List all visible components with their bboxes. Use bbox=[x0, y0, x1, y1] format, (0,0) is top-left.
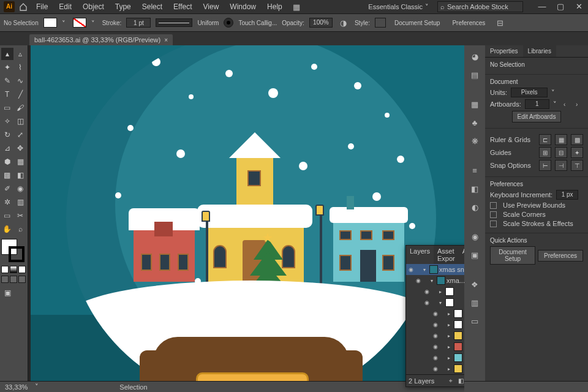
disclosure-icon[interactable]: ▸ bbox=[439, 289, 444, 295]
color-panel-icon[interactable]: ◕ bbox=[469, 50, 481, 62]
none-mode-icon[interactable] bbox=[18, 266, 26, 273]
symbol-sprayer-tool[interactable]: ✲ bbox=[1, 196, 13, 208]
qa-document-setup-button[interactable]: Document Setup bbox=[490, 246, 535, 265]
snap-point-icon[interactable]: ⊢ bbox=[539, 160, 551, 171]
edit-artboards-button[interactable]: Edit Artboards bbox=[512, 111, 562, 123]
tab-layers[interactable]: Layers bbox=[406, 246, 434, 264]
layer-row[interactable]: ◉▾ bbox=[406, 297, 464, 308]
layer-row[interactable]: ◉▸ bbox=[406, 341, 464, 352]
screen-mode-icon[interactable]: ▣ bbox=[1, 287, 13, 299]
next-artboard-icon[interactable]: › bbox=[573, 100, 581, 108]
disclosure-icon[interactable]: ▾ bbox=[423, 267, 428, 273]
menu-file[interactable]: File bbox=[32, 1, 52, 12]
artboards-panel-icon[interactable]: ▭ bbox=[469, 315, 481, 327]
visibility-icon[interactable]: ◉ bbox=[432, 366, 439, 372]
visibility-icon[interactable]: ◉ bbox=[423, 288, 431, 295]
disclosure-icon[interactable]: ▸ bbox=[448, 322, 453, 328]
snap-grid-icon[interactable]: ⊣ bbox=[555, 160, 567, 171]
selection-tool[interactable]: ▴ bbox=[1, 48, 13, 60]
chevron-down-icon[interactable]: ˅ bbox=[35, 383, 39, 391]
document-tab[interactable]: ball-4623653.ai @ 33,33% (RGB/Preview) × bbox=[29, 34, 173, 45]
layer-row[interactable]: ◉▸ bbox=[406, 330, 464, 341]
smart-guides-icon[interactable]: ✦ bbox=[571, 147, 583, 158]
paintbrush-tool[interactable]: 🖌 bbox=[15, 102, 27, 114]
curvature-tool[interactable]: ∿ bbox=[15, 75, 27, 87]
scale-tool[interactable]: ⤢ bbox=[15, 129, 27, 141]
arrange-docs-icon[interactable]: ▦ bbox=[290, 1, 303, 13]
menu-type[interactable]: Type bbox=[111, 1, 135, 12]
eyedropper-tool[interactable]: ✐ bbox=[1, 183, 13, 195]
menu-help[interactable]: Help bbox=[263, 1, 287, 12]
opacity-input[interactable]: 100% bbox=[309, 18, 333, 28]
appearance-panel-icon[interactable]: ◉ bbox=[469, 230, 481, 243]
disclosure-icon[interactable]: ▸ bbox=[448, 355, 453, 361]
transparency-grid-icon[interactable]: ▩ bbox=[571, 134, 583, 145]
symbols-panel-icon[interactable]: ❋ bbox=[469, 135, 481, 147]
asset-export-icon[interactable]: ▥ bbox=[469, 296, 481, 309]
menu-window[interactable]: Window bbox=[225, 1, 260, 12]
snap-pixel-icon[interactable]: ⊤ bbox=[571, 160, 583, 171]
close-tab-icon[interactable]: × bbox=[164, 37, 168, 43]
menu-effect[interactable]: Effect bbox=[169, 1, 196, 12]
home-icon[interactable] bbox=[17, 1, 29, 13]
disclosure-icon[interactable]: ▸ bbox=[448, 311, 453, 317]
tab-artboards[interactable]: Artboards bbox=[459, 246, 464, 264]
perspective-tool[interactable]: ▦ bbox=[15, 156, 27, 168]
draw-behind-icon[interactable] bbox=[10, 276, 17, 283]
units-dropdown[interactable]: Pixels bbox=[511, 88, 548, 97]
tab-libraries[interactable]: Libraries bbox=[523, 45, 556, 57]
lasso-tool[interactable]: ⌇ bbox=[15, 61, 27, 74]
show-guides-icon[interactable]: ⊞ bbox=[539, 147, 551, 158]
disclosure-icon[interactable]: ▸ bbox=[448, 366, 453, 372]
shaper-tool[interactable]: ✧ bbox=[1, 115, 13, 127]
visibility-icon[interactable]: ◉ bbox=[415, 277, 422, 284]
chevron-down-icon[interactable]: ˅ bbox=[91, 20, 97, 26]
gradient-mode-icon[interactable] bbox=[10, 266, 17, 273]
prev-artboard-icon[interactable]: ‹ bbox=[560, 100, 569, 108]
preferences-button[interactable]: Preferences bbox=[448, 18, 489, 28]
lock-guides-icon[interactable]: ⊟ bbox=[555, 147, 567, 158]
checkbox-scale-strokes[interactable] bbox=[490, 221, 497, 227]
layer-row[interactable]: ◉▸ bbox=[406, 308, 464, 319]
menu-object[interactable]: Object bbox=[78, 1, 108, 12]
qa-preferences-button[interactable]: Preferences bbox=[538, 250, 583, 262]
transparency-panel-icon[interactable]: ◐ bbox=[469, 201, 481, 213]
rectangle-tool[interactable]: ▭ bbox=[1, 102, 13, 114]
keyboard-increment-input[interactable]: 1 px bbox=[556, 190, 578, 200]
line-segment-tool[interactable]: ╱ bbox=[15, 88, 27, 100]
draw-normal-icon[interactable] bbox=[1, 276, 9, 283]
fill-stroke-swatches[interactable] bbox=[1, 239, 26, 263]
menu-edit[interactable]: Edit bbox=[55, 1, 76, 12]
layer-row[interactable]: ◉▸ bbox=[406, 286, 464, 297]
layer-row[interactable]: ◉▸ bbox=[406, 352, 464, 363]
graphic-styles-icon[interactable]: ▣ bbox=[469, 249, 481, 261]
visibility-icon[interactable]: ◉ bbox=[432, 333, 439, 339]
shape-builder-tool[interactable]: ⬢ bbox=[1, 156, 13, 168]
grid-icon[interactable]: ▦ bbox=[555, 134, 567, 145]
chevron-down-icon[interactable]: ˅ bbox=[551, 89, 555, 97]
slice-tool[interactable]: ✂ bbox=[15, 209, 27, 222]
direct-selection-tool[interactable]: ▵ bbox=[15, 48, 27, 60]
align-icon[interactable]: ⊟ bbox=[494, 17, 506, 29]
checkbox-scale-corners[interactable] bbox=[490, 211, 497, 218]
stroke-swatch[interactable] bbox=[73, 18, 86, 28]
close-button[interactable]: ✕ bbox=[570, 0, 588, 12]
gradient-tool[interactable]: ◧ bbox=[15, 169, 27, 181]
tab-properties[interactable]: Properties bbox=[485, 45, 523, 57]
chevron-down-icon[interactable]: ˅ bbox=[553, 100, 557, 108]
gradient-panel-icon[interactable]: ◧ bbox=[469, 183, 481, 195]
eraser-tool[interactable]: ◫ bbox=[15, 115, 27, 127]
brush-definition[interactable] bbox=[224, 18, 233, 28]
visibility-icon[interactable]: ◉ bbox=[432, 322, 439, 328]
variable-width-profile[interactable] bbox=[156, 18, 192, 27]
locate-object-icon[interactable]: ⌖ bbox=[447, 377, 455, 385]
zoom-tool[interactable]: ⌕ bbox=[15, 223, 27, 235]
visibility-icon[interactable]: ◉ bbox=[432, 355, 439, 361]
make-clipping-icon[interactable]: ◧ bbox=[456, 377, 464, 385]
layer-row[interactable]: ◉▸ bbox=[406, 319, 464, 330]
color-guide-icon[interactable]: ▤ bbox=[469, 69, 481, 81]
swatches-panel-icon[interactable]: ▦ bbox=[469, 98, 481, 110]
brushes-panel-icon[interactable]: ♣ bbox=[469, 116, 481, 129]
layers-panel-icon[interactable]: ❖ bbox=[469, 278, 481, 290]
workspace-switcher[interactable]: Essentials Classic ˅ bbox=[364, 2, 432, 12]
